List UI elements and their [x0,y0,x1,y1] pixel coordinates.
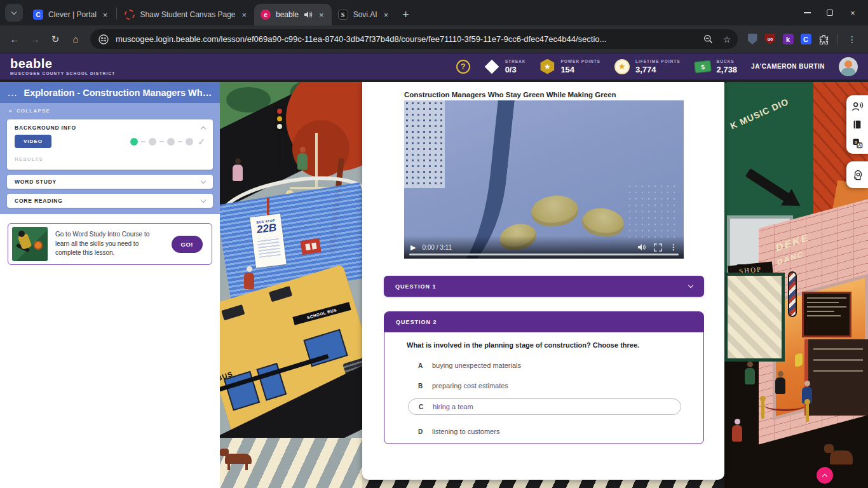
tab-close-icon[interactable]: × [383,10,390,20]
bookmark-star-icon[interactable]: ☆ [719,31,735,48]
stat-label: LIFETIME POINTS [635,59,681,64]
chevron-up-icon [201,126,206,131]
results-link[interactable]: RESULTS [15,156,43,162]
fullscreen-icon[interactable] [654,243,662,252]
page-content: BUS STOP 22B SCHOOL BUS BUS [0,82,868,488]
tab-search-button[interactable] [5,4,23,22]
power-points-stat: ★ POWER POINTS154 [539,59,600,74]
pedestrian-figure [774,371,787,394]
extensions-bar: uo k C ⋮ [743,31,863,48]
zoom-icon[interactable] [700,31,716,48]
tab-title: Clever | Portal [48,10,97,19]
restore-icon [827,10,833,16]
video-time: 0:00 / 3:11 [422,244,452,251]
lesson-nav-panel: × COLLAPSE BACKGROUND INFO VIDEO [0,103,220,214]
avatar[interactable] [839,57,858,76]
video-tint-overlay [404,100,684,259]
option-d[interactable]: D listening to customers [418,428,703,435]
address-bar[interactable]: muscogee.login.beable.com/lesson/ef069a9… [90,29,738,49]
background-illustration-left: BUS STOP 22B SCHOOL BUS BUS [220,82,362,488]
tab-close-icon[interactable]: × [318,10,325,20]
scroll-to-top-button[interactable] [817,467,833,484]
dictionary-book-button[interactable] [850,117,865,132]
ublock-extension-icon[interactable]: uo [763,32,777,46]
lesson-panel: Construction Managers Who Stay Green Whi… [362,82,724,480]
back-button[interactable]: ← [5,30,24,49]
video-progress-bar[interactable] [409,254,679,255]
tab-divider [116,8,117,19]
tab-clever[interactable]: C Clever | Portal × [27,4,115,25]
restore-button[interactable] [818,0,841,25]
chevron-down-icon [688,283,693,288]
check-icon: ✓ [198,137,205,147]
extensions-puzzle-icon[interactable] [817,32,831,46]
tab-beable-active[interactable]: e beable × [254,4,332,25]
shelter-ad-sign [300,238,321,255]
privacy-shield-extension-icon[interactable] [745,32,759,46]
option-text: hiring a team [433,403,473,410]
beable-favicon: e [261,10,271,20]
barber-pole [788,271,797,317]
option-text: buying unexpected materials [432,362,521,369]
new-tab-button[interactable]: + [396,8,416,25]
lesson-sidebar: ... Exploration - Construction Managers … [0,82,220,488]
reload-button[interactable]: ↻ [46,30,65,49]
beable-logo[interactable]: beable MUSCOGEE COUNTY SCHOOL DISTRICT [10,57,116,76]
help-icon[interactable]: ? [456,60,470,74]
promo-text: Go to Word Study Intro Course to learn a… [55,230,164,258]
read-aloud-button[interactable] [850,98,865,114]
tab-sovi[interactable]: S Sovi.AI × [332,4,397,25]
home-button[interactable]: ⌂ [66,30,85,49]
tab-title: Sovi.AI [353,10,377,19]
option-a[interactable]: A buying unexpected materials [418,362,703,369]
forward-button[interactable]: → [25,30,44,49]
translate-button[interactable]: aA [850,135,865,151]
volume-icon[interactable] [637,243,646,251]
pedestrian-figure [731,419,743,442]
lesson-title-bar[interactable]: ... Exploration - Construction Managers … [0,82,220,103]
option-c-selected[interactable]: C hiring a team [408,398,681,415]
option-letter: D [418,428,426,435]
stat-value: 154 [560,65,600,74]
site-info-icon[interactable] [97,32,111,46]
cafe-window [804,339,868,416]
collapse-label: COLLAPSE [17,108,50,114]
stat-value: 0/3 [505,65,526,74]
tab-close-icon[interactable]: × [102,10,109,20]
close-window-button[interactable]: × [841,0,864,25]
background-info-header[interactable]: BACKGROUND INFO [7,119,213,133]
svg-text:A: A [858,143,861,147]
lesson-nav-title: Exploration - Construction Managers Who … [24,88,212,98]
video-step-button[interactable]: VIDEO [15,135,51,148]
question-2-header[interactable]: QUESTION 2 [384,312,703,332]
tab-canvas[interactable]: Shaw Student Canvas Page 25 × [118,4,254,25]
promo-image [12,227,48,261]
core-reading-section[interactable]: CORE READING [7,194,213,208]
stat-label: POWER POINTS [560,59,600,64]
tab-close-icon[interactable]: × [240,10,248,20]
word-study-section[interactable]: WORD STUDY [7,175,213,189]
clever-extension-icon[interactable]: C [799,32,813,46]
collapse-button[interactable]: × COLLAPSE [0,103,220,118]
go-button[interactable]: GO! [172,236,203,253]
brand-name: beable [10,57,116,70]
queue-rope [764,400,805,411]
pedestrian-figure [243,266,255,289]
queue-post [806,403,809,422]
question-2-card: QUESTION 2 What is involved in the plann… [384,311,704,444]
minimize-button[interactable] [796,0,818,25]
school-bus-sign: SCHOOL BUS [292,302,351,325]
question-1-header[interactable]: QUESTION 1 [384,276,704,297]
menu-dots-icon[interactable]: ... [8,91,18,95]
stat-label: BUCKS [717,59,738,64]
progress-dot-active [130,138,138,146]
option-b[interactable]: B preparing cost estimates [418,382,703,390]
play-button[interactable]: ▶ [410,243,416,252]
video-menu-icon[interactable]: ⋮ [670,243,677,252]
assistant-head-button[interactable] [850,167,865,182]
kami-extension-icon[interactable]: k [781,32,795,46]
video-player[interactable]: ▶ 0:00 / 3:11 ⋮ [404,100,684,259]
browser-menu-icon[interactable]: ⋮ [844,31,860,48]
minimize-icon [804,12,811,13]
bucks-stat: $ BUCKS2,738 [695,59,738,74]
